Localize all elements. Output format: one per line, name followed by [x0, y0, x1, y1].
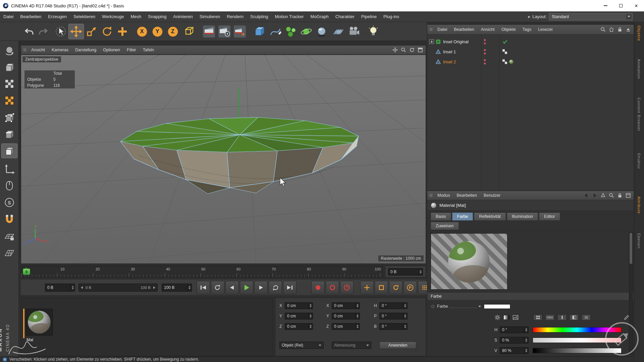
- viewport-nav-button[interactable]: [1, 178, 17, 193]
- view-toggle-icon[interactable]: [418, 47, 423, 53]
- viewport-menu-ansicht[interactable]: Ansicht: [28, 46, 48, 54]
- visibility-dots[interactable]: [484, 59, 486, 65]
- object-row-insel-1[interactable]: Insel 1: [427, 47, 634, 57]
- snap-enable-button[interactable]: [1, 212, 17, 227]
- frame-stepper[interactable]: [418, 268, 423, 275]
- panel-grip-icon[interactable]: [23, 48, 26, 52]
- model-mode-button[interactable]: [1, 60, 17, 74]
- object-row-insel-2[interactable]: Insel 2: [427, 57, 634, 67]
- add-cube-button[interactable]: [252, 24, 268, 39]
- search-icon[interactable]: [600, 27, 606, 32]
- render-visibility-dot[interactable]: [484, 62, 486, 65]
- menu-pipeline[interactable]: Pipeline: [358, 11, 380, 22]
- panel-grip-icon[interactable]: [429, 28, 433, 31]
- menu-simulieren[interactable]: Simulieren: [196, 11, 223, 22]
- object-manager[interactable]: Insel Original Insel 1 Insel 2: [427, 35, 634, 191]
- texture-tag-icon[interactable]: [502, 49, 507, 54]
- om-menu-datei[interactable]: Datei: [434, 25, 450, 34]
- am-menu-bearbeiten[interactable]: Bearbeiten: [453, 191, 480, 200]
- expander-icon[interactable]: [429, 39, 434, 44]
- stepper[interactable]: [355, 313, 360, 319]
- autokey-button[interactable]: [326, 281, 339, 294]
- viewport-canvas[interactable]: Y X Z Zentralperspektive Total Objekte5 …: [21, 55, 426, 264]
- angle-b-input[interactable]: 0 °: [379, 323, 408, 330]
- object-row-insel-original[interactable]: Insel Original: [427, 37, 634, 47]
- menu-werkzeuge[interactable]: Werkzeuge: [99, 11, 127, 22]
- am-menu-benutzer[interactable]: Benutzer: [480, 191, 504, 200]
- menu-sculpting[interactable]: Sculpting: [247, 11, 271, 22]
- gradient-icon[interactable]: [503, 315, 509, 320]
- home-icon[interactable]: [609, 27, 614, 32]
- viewport-menu-kameras[interactable]: Kameras: [48, 46, 72, 54]
- dynamics-button[interactable]: [314, 24, 329, 39]
- mograph-button[interactable]: [283, 24, 299, 39]
- dock-tab-animation[interactable]: Animation: [637, 59, 641, 79]
- viewport-menu-darstellung[interactable]: Darstellung: [72, 46, 100, 54]
- close-button[interactable]: ✕: [629, 0, 644, 11]
- h-input[interactable]: 0 °: [500, 326, 529, 333]
- om-menu-lesezeichen[interactable]: Lesezei: [535, 25, 556, 34]
- pos-x-input[interactable]: 0 cm: [285, 302, 313, 309]
- keyframe-selection-button[interactable]: ?: [340, 281, 354, 294]
- menu-selektieren[interactable]: Selektieren: [70, 11, 99, 22]
- tab-illumination[interactable]: Illumination: [507, 213, 538, 221]
- menu-charakter[interactable]: Charakter: [332, 11, 358, 22]
- dock-tab-ebenen[interactable]: Ebenen: [637, 233, 641, 249]
- current-frame-input[interactable]: 0 B: [388, 268, 423, 276]
- floor-button[interactable]: [331, 24, 346, 39]
- edges-mode-button[interactable]: [1, 127, 17, 141]
- editor-visibility-dot[interactable]: [484, 49, 486, 51]
- scale-tool-button[interactable]: [84, 24, 99, 39]
- new-panel-icon[interactable]: [626, 193, 631, 198]
- om-menu-ansicht[interactable]: Ansicht: [478, 25, 498, 34]
- size-mode-select[interactable]: Abmessung: [332, 342, 371, 349]
- pos-y-input[interactable]: 0 cm: [285, 313, 313, 319]
- editor-visibility-dot[interactable]: [484, 59, 486, 61]
- object-name[interactable]: Insel 1: [443, 49, 456, 54]
- scrollbar-thumb[interactable]: [630, 233, 632, 264]
- redo-button[interactable]: [36, 24, 51, 39]
- pos-z-input[interactable]: 0 cm: [285, 323, 313, 330]
- stepper[interactable]: [403, 303, 407, 309]
- planar-workplane-button[interactable]: [1, 245, 17, 260]
- enable-axis-button[interactable]: [1, 162, 17, 176]
- preview-range-slider[interactable]: 0 B 100 B: [78, 284, 158, 292]
- tab-basis[interactable]: Basis: [431, 213, 451, 221]
- size-x-input[interactable]: 0 cm: [332, 302, 360, 309]
- render-visibility-dot[interactable]: [484, 52, 486, 55]
- view-zoom-icon[interactable]: [401, 47, 406, 53]
- stepper[interactable]: [403, 313, 407, 319]
- workplane-mode-button[interactable]: [1, 93, 17, 108]
- stepper[interactable]: [355, 323, 360, 329]
- material-manager[interactable]: Mat: [21, 298, 273, 356]
- color-swatch[interactable]: [484, 304, 511, 309]
- stepper[interactable]: [308, 323, 313, 329]
- lock-workplane-button[interactable]: [1, 229, 17, 243]
- kelvin-mode-button[interactable]: [557, 314, 567, 320]
- timeline-ruler[interactable]: 0 10 20 30 40 50 60 70 80 90 100 0: [21, 266, 383, 278]
- menu-animieren[interactable]: Animieren: [170, 11, 196, 22]
- om-menu-objekte[interactable]: Objekte: [498, 25, 519, 34]
- goto-end-button[interactable]: [283, 281, 297, 294]
- object-name[interactable]: Insel 2: [443, 59, 456, 64]
- range-left-arrow-icon[interactable]: [81, 286, 83, 289]
- tab-reflektivitaet[interactable]: Reflektivität: [474, 213, 506, 221]
- view-pan-icon[interactable]: [392, 47, 398, 53]
- anim-dot-icon[interactable]: [431, 305, 434, 308]
- collapse-panel-icon[interactable]: [626, 27, 631, 32]
- lock-icon[interactable]: [617, 27, 623, 32]
- chevron-down-icon[interactable]: [478, 306, 481, 307]
- size-y-input[interactable]: 0 cm: [332, 313, 360, 319]
- camera-button[interactable]: [346, 24, 362, 39]
- range-end-input[interactable]: 100 B: [162, 284, 192, 292]
- add-spline-button[interactable]: [268, 24, 283, 39]
- history-back-icon[interactable]: [584, 193, 589, 198]
- render-settings-button[interactable]: [217, 24, 232, 39]
- om-menu-bearbeiten[interactable]: Bearbeiten: [450, 25, 477, 34]
- menu-bearbeiten[interactable]: Bearbeiten: [17, 11, 45, 22]
- check-tag-icon[interactable]: [502, 39, 507, 44]
- next-frame-button[interactable]: [254, 281, 268, 294]
- current-frame-marker[interactable]: 0: [23, 268, 30, 275]
- angle-h-input[interactable]: 0 °: [379, 302, 408, 309]
- stepper[interactable]: [355, 303, 360, 309]
